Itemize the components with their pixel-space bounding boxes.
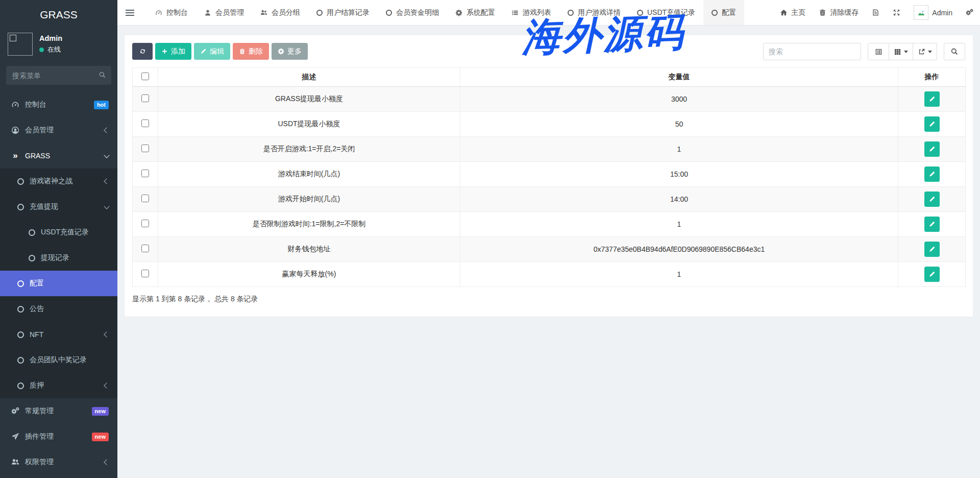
detail-view-button[interactable]	[868, 43, 889, 60]
trash-icon	[239, 48, 246, 55]
tab-member-management[interactable]: 会员管理	[196, 0, 252, 25]
circle-icon	[712, 10, 718, 16]
row-checkbox[interactable]	[141, 119, 149, 127]
edit-row-button[interactable]	[924, 192, 940, 207]
value-cell: 3000	[460, 87, 898, 112]
tab-user-game-detail[interactable]: 用户游戏详情	[559, 0, 629, 25]
chevron-left-icon	[104, 331, 109, 337]
row-checkbox[interactable]	[141, 220, 149, 227]
admin-menu[interactable]: Admin	[907, 0, 959, 25]
edit-row-button[interactable]	[924, 217, 940, 232]
table-header-row: 描述 变量值 操作	[133, 68, 966, 87]
sidebar-item-announcement[interactable]: 公告	[0, 296, 117, 322]
operate-cell	[898, 262, 966, 287]
tab-config[interactable]: 配置	[703, 0, 744, 25]
sidebar-item-label: 配置	[30, 279, 109, 288]
sidebar-item-dashboard[interactable]: 控制台 hot	[0, 92, 117, 117]
sidebar-item-member-management[interactable]: 会员管理	[0, 117, 117, 143]
tab-dashboard[interactable]: 控制台	[147, 0, 196, 25]
row-checkbox[interactable]	[141, 245, 149, 252]
cogs-icon	[11, 407, 19, 415]
sidebar-item-nft[interactable]: NFT	[0, 322, 117, 347]
row-checkbox[interactable]	[141, 270, 149, 277]
more-label: 更多	[287, 47, 302, 56]
sidebar-item-withdraw-records[interactable]: 提现记录	[0, 245, 117, 271]
edit-row-button[interactable]	[924, 166, 940, 182]
edit-row-button[interactable]	[924, 91, 940, 107]
checkbox-cell	[133, 187, 158, 212]
edit-button[interactable]: 编辑	[194, 43, 230, 60]
sidebar-item-usdt-recharge-records[interactable]: USDT充值记录	[0, 220, 117, 245]
refresh-button[interactable]	[132, 43, 153, 60]
checkbox-cell	[133, 112, 158, 137]
tab-user-settlement-records[interactable]: 用户结算记录	[308, 0, 378, 25]
table-search-input[interactable]	[763, 43, 861, 60]
edit-row-button[interactable]	[924, 141, 940, 157]
export-icon	[918, 48, 925, 56]
sidebar-item-recharge-withdraw[interactable]: 充值提现	[0, 194, 117, 220]
tab-system-config[interactable]: 系统配置	[447, 0, 503, 25]
row-checkbox[interactable]	[141, 94, 149, 102]
export-button[interactable]	[913, 43, 937, 60]
edit-row-button[interactable]	[924, 116, 940, 132]
app-root: GRASS Admin 在线 控制台 hot 会员管理	[0, 0, 980, 478]
circle-icon	[316, 10, 323, 16]
sidebar-item-auth-management[interactable]: 权限管理	[0, 449, 117, 475]
row-checkbox[interactable]	[141, 145, 149, 152]
checkbox-cell	[133, 137, 158, 162]
operate-cell	[898, 212, 966, 237]
tab-member-group[interactable]: 会员分组	[252, 0, 308, 25]
tab-usdt-recharge-records[interactable]: USDT充值记录	[629, 0, 703, 25]
edit-row-button[interactable]	[924, 267, 940, 282]
pagination-info: 显示第 1 到第 8 条记录， 总共 8 条记录	[132, 295, 965, 304]
menu-search-input[interactable]	[6, 66, 111, 85]
sidebar-item-pledge[interactable]: 质押	[0, 373, 117, 398]
more-button[interactable]: 更多	[272, 43, 308, 60]
table-row: 游戏开始时间(几点) 14:00	[133, 187, 966, 212]
language-button[interactable]	[865, 0, 886, 25]
sidebar-menu: 控制台 hot 会员管理 » GRASS 游戏诸神之战	[0, 90, 117, 475]
sidebar-item-label: 公告	[30, 304, 109, 314]
circle-icon	[17, 331, 24, 338]
sidebar-item-team-prize-records[interactable]: 会员团队中奖记录	[0, 347, 117, 373]
edit-row-button[interactable]	[924, 242, 940, 257]
circle-icon	[29, 229, 35, 236]
value-cell: 1	[460, 137, 898, 162]
new-badge: new	[92, 433, 109, 441]
add-button[interactable]: 添加	[155, 43, 191, 60]
chevron-down-icon	[104, 152, 109, 158]
row-checkbox[interactable]	[141, 170, 149, 177]
search-button[interactable]	[944, 43, 965, 60]
sidebar-item-label: NFT	[30, 330, 99, 339]
delete-button[interactable]: 删除	[233, 43, 269, 60]
admin-avatar	[914, 5, 928, 20]
plus-icon	[161, 48, 168, 55]
settings-button[interactable]	[959, 0, 980, 25]
fullscreen-button[interactable]	[886, 0, 907, 25]
sidebar-item-grass[interactable]: » GRASS	[0, 143, 117, 169]
table-row: 财务钱包地址 0x7377e35e0B4B94d6AfE0D9069890E85…	[133, 237, 966, 262]
sidebar-item-general-management[interactable]: 常规管理 new	[0, 398, 117, 424]
sidebar-item-label: GRASS	[25, 152, 99, 160]
select-all-checkbox[interactable]	[141, 73, 149, 80]
caret-down-icon	[928, 51, 932, 53]
sidebar-item-game-gods-war[interactable]: 游戏诸神之战	[0, 169, 117, 194]
circle-icon	[568, 10, 574, 16]
sidebar-item-plugin-management[interactable]: 插件管理 new	[0, 424, 117, 449]
sidebar: GRASS Admin 在线 控制台 hot 会员管理	[0, 0, 117, 478]
chevron-left-icon	[104, 127, 109, 133]
pencil-icon	[928, 95, 936, 103]
table-row: GRASS提现最小额度 3000	[133, 87, 966, 112]
row-checkbox[interactable]	[141, 195, 149, 202]
sidebar-toggle-button[interactable]	[117, 0, 142, 25]
sidebar-item-label: 插件管理	[25, 432, 86, 441]
columns-button[interactable]	[889, 43, 913, 60]
home-link[interactable]: 主页	[773, 0, 812, 25]
user-name: Admin	[39, 34, 62, 42]
columns-grid-icon	[894, 48, 901, 56]
sidebar-item-config[interactable]: 配置	[0, 271, 117, 296]
config-table: 描述 变量值 操作 GRASS提现最小额度 3000 USDT提现最小额度	[132, 67, 966, 287]
tab-game-list[interactable]: 游戏列表	[503, 0, 559, 25]
clear-cache-link[interactable]: 清除缓存	[812, 0, 865, 25]
tab-member-funds-detail[interactable]: 会员资金明细	[378, 0, 447, 25]
